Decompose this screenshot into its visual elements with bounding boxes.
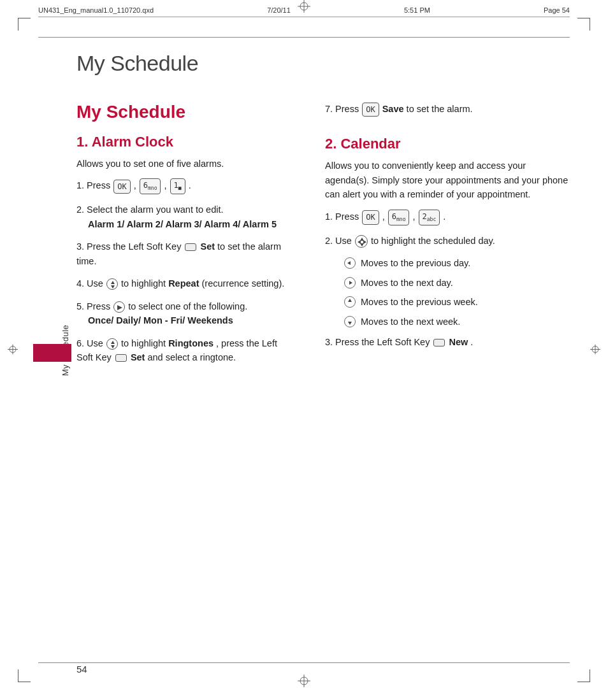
cal-key-ok: OK (362, 210, 379, 225)
step-7: 7. Press OK Save to set the alarm. (325, 102, 570, 117)
sub-right-text: Moves to the next day. (361, 276, 453, 290)
cal-key-2: 2abc (419, 210, 440, 225)
crop-mark-tl (18, 18, 31, 31)
step1-period: . (189, 181, 191, 191)
cal-step2-pre: 2. Use (325, 236, 354, 246)
svg-marker-11 (117, 305, 122, 310)
step5-options: Once/ Daily/ Mon - Fri/ Weekends (88, 315, 233, 325)
crop-mark-br (577, 669, 590, 682)
section2-intro: Allows you to conveniently keep and acce… (325, 159, 570, 201)
svg-marker-13 (111, 345, 115, 348)
step5-mid: to select one of the following. (128, 301, 247, 311)
step-3: 3. Press the Left Soft Key Set to set th… (76, 239, 293, 268)
softkey-icon-set2 (115, 354, 127, 362)
step-2: 2. Select the alarm you want to edit. Al… (76, 203, 293, 231)
page-header: UN431_Eng_manual1.0_110720.qxd 7/20/11 5… (38, 6, 570, 17)
step6-ringtones: Ringtones (168, 338, 214, 348)
step6-set: Set (131, 352, 148, 362)
cal-step1-c1: , (382, 211, 387, 222)
section1-intro: Allows you to set one of five alarms. (76, 157, 293, 171)
reg-mark-left (8, 344, 18, 356)
cal-key-6: 6mno (388, 210, 410, 225)
step-1: 1. Press OK , 6mno , 1■ . (76, 178, 293, 194)
svg-marker-17 (363, 240, 366, 244)
svg-marker-12 (111, 341, 115, 344)
step2-text: 2. Select the alarm you want to edit. (76, 204, 224, 215)
sub-item-up: Moves to the previous week. (344, 295, 570, 309)
nav-updown-icon (106, 278, 118, 290)
step7-save: Save (382, 104, 407, 114)
arrow-left-icon (344, 257, 356, 269)
svg-marker-9 (111, 281, 115, 284)
footer-divider (38, 662, 570, 663)
cal-step-1: 1. Press OK , 6mno , 2abc . (325, 210, 570, 225)
step4-bold: Repeat (168, 278, 199, 289)
section1-title: 1. Alarm Clock (76, 134, 293, 150)
sub-item-right: Moves to the next day. (344, 276, 570, 290)
header-page: Page 54 (544, 6, 570, 14)
arrow-right-icon (344, 277, 356, 289)
section2-title: 2. Calendar (325, 136, 570, 152)
softkey-icon-set (185, 243, 196, 251)
svg-marker-16 (358, 240, 361, 244)
left-column: My Schedule 1. Alarm Clock Allows you to… (76, 102, 312, 649)
step5-pre: 5. Press (76, 301, 113, 311)
step1-comma1: , (134, 181, 139, 191)
step7-num: 7. Press (325, 104, 361, 114)
step-4: 4. Use to highlight Repeat (recurrence s… (76, 276, 293, 290)
nav-right-icon (113, 301, 125, 313)
cal-step3-period: . (470, 337, 473, 347)
cal-step1-period: . (443, 211, 445, 222)
svg-marker-10 (111, 285, 115, 289)
step6-pre: 6. Use (76, 338, 106, 348)
cal-step3-pre: 3. Press the Left Soft Key (325, 337, 432, 347)
cal-step-3: 3. Press the Left Soft Key New . (325, 335, 570, 349)
cal-step2-suffix: to highlight the scheduled day. (371, 236, 495, 246)
step1-num: 1. Press (76, 181, 113, 191)
sub-down-text: Moves to the next week. (361, 315, 460, 329)
step1-comma2: , (164, 181, 169, 191)
cal-step-2: 2. Use to highlight the scheduled day. (325, 234, 570, 248)
crop-mark-tr (577, 18, 590, 31)
header-divider (38, 37, 570, 38)
cal-step1-pre: 1. Press (325, 211, 361, 222)
key-ok: OK (113, 180, 130, 194)
header-date: 7/20/11 (267, 6, 291, 14)
right-column: 7. Press OK Save to set the alarm. 2. Ca… (312, 102, 570, 649)
sub-item-left: Moves to the previous day. (344, 256, 570, 270)
step4-pre: 4. Use (76, 278, 106, 289)
page-number: 54 (76, 664, 87, 675)
section-main-title: My Schedule (76, 102, 293, 122)
step4-suffix: (recurrence setting). (202, 278, 285, 289)
nav-updown2-icon (106, 338, 118, 350)
step6-suffix: and select a ringtone. (147, 352, 236, 362)
step-5: 5. Press to select one of the following.… (76, 299, 293, 328)
key-1: 1■ (170, 178, 185, 194)
header-time: 5:51 PM (404, 6, 430, 14)
crop-mark-bl (18, 669, 31, 682)
main-content: My Schedule 1. Alarm Clock Allows you to… (76, 102, 570, 649)
nav-cross-icon (355, 235, 368, 248)
arrow-up-icon (344, 296, 356, 308)
step-6: 6. Use to highlight Ringtones , press th… (76, 336, 293, 365)
cal-step3-new: New (449, 337, 468, 347)
sub-up-text: Moves to the previous week. (361, 295, 478, 309)
sub-left-text: Moves to the previous day. (361, 256, 470, 270)
cal-step1-c2: , (412, 211, 417, 222)
step6-mid: to highlight (121, 338, 168, 348)
step3-text: 3. Press the Left Soft Key (76, 241, 184, 252)
step4-mid: to highlight (121, 278, 168, 289)
step3-set: Set (200, 241, 217, 252)
sidebar-color-block (33, 344, 71, 362)
key-6: 6mno (140, 178, 161, 194)
reg-mark-right (590, 344, 600, 356)
step7-suffix: to set the alarm. (407, 104, 473, 114)
sub-item-down: Moves to the next week. (344, 315, 570, 329)
softkey-icon-new (433, 339, 445, 346)
arrow-down-icon (344, 316, 356, 327)
step2-options: Alarm 1/ Alarm 2/ Alarm 3/ Alarm 4/ Alar… (88, 219, 277, 229)
reg-mark-bottom (298, 675, 310, 687)
page-title: My Schedule (76, 51, 198, 76)
key-ok-save: OK (362, 103, 379, 117)
header-filename: UN431_Eng_manual1.0_110720.qxd (38, 6, 154, 14)
